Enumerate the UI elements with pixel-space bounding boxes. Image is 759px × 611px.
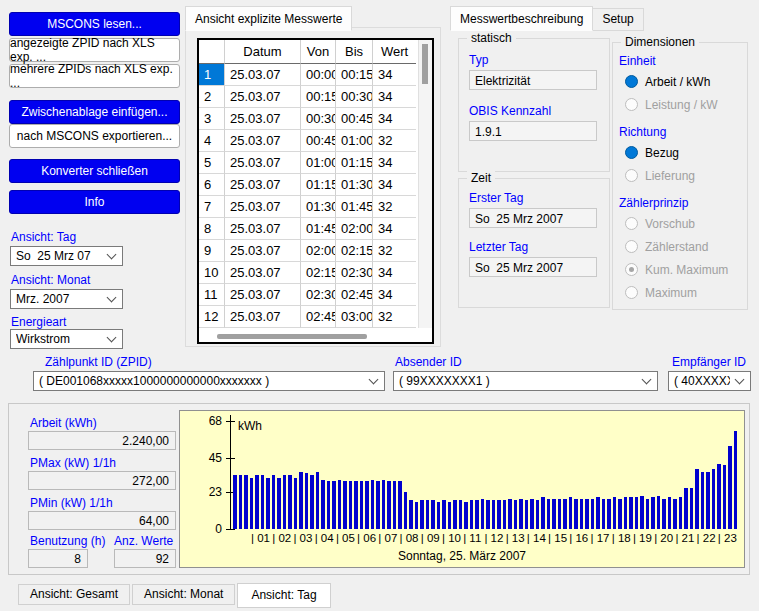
scrollbar-thumb[interactable] <box>422 44 428 84</box>
table-vertical-scrollbar[interactable] <box>418 40 432 328</box>
zwischenablage-einfuegen-button[interactable]: Zwischenablage einfügen... <box>9 100 180 124</box>
bar <box>437 502 441 529</box>
radio-button-icon <box>625 286 638 299</box>
table-row[interactable]: 225.03.0700:1500:3034 <box>199 86 432 108</box>
absender-id-value: ( 99XXXXXXX1 ) <box>399 374 637 388</box>
bar <box>635 497 639 529</box>
radio-button-icon[interactable] <box>625 75 638 88</box>
radio-option-zaehlerprinzip: Kum. Maximum <box>617 258 743 281</box>
table-cell: 34 <box>373 152 416 174</box>
tab-ansicht-tag[interactable]: Ansicht: Tag <box>237 583 330 608</box>
tab-setup[interactable]: Setup <box>592 8 643 31</box>
scrollbar-thumb[interactable] <box>217 334 367 339</box>
mehrere-zpids-xls-export-button[interactable]: mehrere ZPIDs nach XLS exp. ... <box>9 64 180 88</box>
bar <box>580 499 584 529</box>
table-cell: 02:00 <box>301 240 336 262</box>
table-cell: 01:00 <box>301 152 336 174</box>
table-row[interactable]: 925.03.0702:0002:1532 <box>199 240 432 262</box>
bar <box>673 499 677 529</box>
table-row[interactable]: 1025.03.0702:1502:3034 <box>199 262 432 284</box>
info-button[interactable]: Info <box>9 190 180 214</box>
richtung-label: Richtung <box>619 125 743 139</box>
table-cell: 25.03.07 <box>225 284 301 306</box>
table-row[interactable]: 1125.03.0702:3002:4534 <box>199 284 432 306</box>
day-view-combobox[interactable]: So 25 Mrz 07 <box>10 246 123 266</box>
radio-button-icon[interactable] <box>625 146 638 159</box>
measurements-pane: DatumVonBisWert125.03.0700:0000:1534225.… <box>185 27 441 347</box>
obis-field: 1.9.1 <box>469 121 597 141</box>
x-tick-label: | 11 <box>463 532 484 544</box>
radio-button-icon <box>625 263 638 276</box>
column-header: Bis <box>336 40 373 64</box>
table-row[interactable]: 425.03.0700:4501:0032 <box>199 130 432 152</box>
month-view-value: Mrz. 2007 <box>16 292 102 306</box>
bar <box>371 480 375 529</box>
table-horizontal-scrollbar[interactable] <box>199 330 418 342</box>
bar <box>646 499 650 529</box>
radio-option-einheit[interactable]: Arbeit / kWh <box>617 70 743 93</box>
table-cell: 25.03.07 <box>225 174 301 196</box>
bar <box>684 488 688 529</box>
radio-option-zaehlerprinzip: Vorschub <box>617 212 743 235</box>
tab-explizite-messwerte[interactable]: Ansicht explizite Messwerte <box>185 6 352 31</box>
table-row[interactable]: 625.03.0701:1501:3034 <box>199 174 432 196</box>
month-view-combobox[interactable]: Mrz. 2007 <box>10 289 123 309</box>
pmin-label: PMin (kW) 1/1h <box>30 496 113 510</box>
chevron-down-icon <box>642 375 652 385</box>
chart-x-axis-labels: | 01| 02| 03| 04| 05| 06| 07| 08| 09| 10… <box>233 532 739 544</box>
bar <box>596 497 600 529</box>
table-cell: 02:30 <box>336 262 373 284</box>
nach-mscons-exportieren-button[interactable]: nach MSCONS exportieren... <box>9 124 180 148</box>
mscons-converter-window: MSCONS lesen...angezeigte ZPID nach XLS … <box>0 0 759 611</box>
radio-option-richtung[interactable]: Bezug <box>617 141 743 164</box>
bar <box>283 475 287 529</box>
table-row[interactable]: 825.03.0701:4502:0034 <box>199 218 432 240</box>
bar <box>585 499 589 529</box>
anz-werte-field: 92 <box>114 549 176 568</box>
einheit-label: Einheit <box>619 54 743 68</box>
x-tick-label: | 06 <box>357 532 378 544</box>
table-cell: 32 <box>373 240 416 262</box>
erster-tag-label: Erster Tag <box>469 191 609 205</box>
x-tick-label: | 23 <box>718 532 739 544</box>
bar <box>723 465 727 529</box>
zpid-combobox[interactable]: ( DE001068xxxxx1000000000000xxxxxxx ) <box>33 371 385 391</box>
statisch-group: statisch Typ Elektrizität OBIS Kennzahl … <box>458 38 610 172</box>
mscons-lesen-button[interactable]: MSCONS lesen... <box>9 12 180 36</box>
y-tick-label: 0 <box>188 522 222 536</box>
table-row[interactable]: 125.03.0700:0000:1534 <box>199 64 432 86</box>
bar <box>288 475 292 529</box>
x-tick-label: | 18 <box>612 532 633 544</box>
benutzung-field: 8 <box>28 549 88 568</box>
table-cell: 00:30 <box>301 108 336 130</box>
row-number-cell: 3 <box>199 108 225 130</box>
tab-messwertbeschreibung[interactable]: Messwertbeschreibung <box>450 6 593 31</box>
konverter-schliessen-button[interactable]: Konverter schließen <box>9 159 180 183</box>
table-cell: 34 <box>373 64 416 86</box>
tab-ansicht-monat[interactable]: Ansicht: Monat <box>132 584 235 605</box>
empfaenger-id-combobox[interactable]: ( 40XXXXX0 <box>668 371 751 391</box>
table-cell: 00:15 <box>336 64 373 86</box>
radio-button-icon <box>625 98 638 111</box>
bar <box>624 497 628 529</box>
chart-y-axis <box>230 415 231 529</box>
energy-type-combobox[interactable]: Wirkstrom <box>10 329 123 349</box>
bar <box>338 480 342 529</box>
table-cell: 00:15 <box>301 86 336 108</box>
tab-ansicht-gesamt[interactable]: Ansicht: Gesamt <box>18 584 130 605</box>
table-cell: 34 <box>373 284 416 306</box>
bar <box>629 497 633 529</box>
table-row[interactable]: 1225.03.0702:4503:0032 <box>199 306 432 328</box>
energy-type-label: Energieart <box>11 315 66 329</box>
table-row[interactable]: 725.03.0701:3001:4532 <box>199 196 432 218</box>
bar <box>519 499 523 529</box>
table-cell: 25.03.07 <box>225 64 301 86</box>
radio-option-einheit: Leistung / kW <box>617 93 743 116</box>
bar <box>250 478 254 529</box>
bar <box>618 499 622 529</box>
table-row[interactable]: 325.03.0700:3000:4534 <box>199 108 432 130</box>
absender-id-combobox[interactable]: ( 99XXXXXXX1 ) <box>393 371 658 391</box>
table-row[interactable]: 525.03.0701:0001:1534 <box>199 152 432 174</box>
angezeigte-zpid-xls-export-button[interactable]: angezeigte ZPID nach XLS exp. ... <box>9 38 180 62</box>
table-cell: 00:30 <box>336 86 373 108</box>
